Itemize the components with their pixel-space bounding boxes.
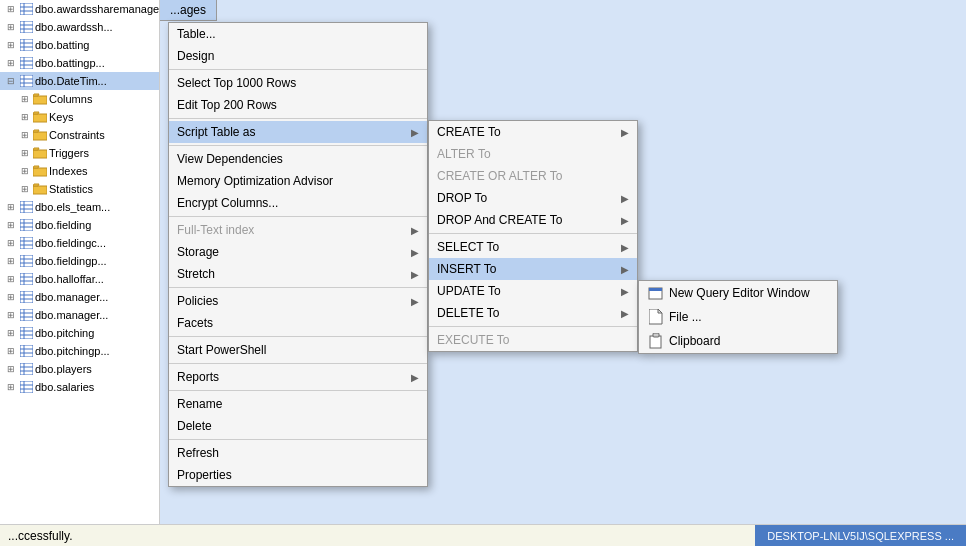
tab-label[interactable]: ...ages xyxy=(160,0,217,21)
menu-item-create-or-alter-to[interactable]: CREATE OR ALTER To xyxy=(429,165,637,187)
submenu-arrow-icon: ▶ xyxy=(411,127,419,138)
table-icon xyxy=(19,308,33,322)
tree-item-datetime[interactable]: ⊟ dbo.DateTim... xyxy=(0,72,159,90)
table-icon xyxy=(19,236,33,250)
table-icon xyxy=(19,344,33,358)
folder-icon xyxy=(33,110,47,124)
tree-item-fieldingc[interactable]: ⊞ dbo.fieldingc... xyxy=(0,234,159,252)
expander-icon: ⊞ xyxy=(4,326,18,340)
menu-item-design[interactable]: Design xyxy=(169,45,427,67)
context-menu-1: Table... Design Select Top 1000 Rows Edi… xyxy=(168,22,428,487)
tree-item-batting[interactable]: ⊞ dbo.batting xyxy=(0,36,159,54)
tree-item-label: dbo.awardssharemanagers xyxy=(35,3,160,15)
tree-item-label: dbo.els_team... xyxy=(35,201,110,213)
menu-item-facets[interactable]: Facets xyxy=(169,312,427,334)
menu-item-memory-optimization[interactable]: Memory Optimization Advisor xyxy=(169,170,427,192)
expander-icon: ⊞ xyxy=(18,92,32,106)
tree-item-label: Columns xyxy=(49,93,92,105)
tree-item-elsteam[interactable]: ⊞ dbo.els_team... xyxy=(0,198,159,216)
tree-item-statistics[interactable]: ⊞ Statistics xyxy=(0,180,159,198)
tree-item-fielding[interactable]: ⊞ dbo.fielding xyxy=(0,216,159,234)
menu-item-stretch[interactable]: Stretch ▶ xyxy=(169,263,427,285)
expander-icon: ⊞ xyxy=(4,20,18,34)
menu-item-table[interactable]: Table... xyxy=(169,23,427,45)
submenu-arrow-icon: ▶ xyxy=(411,269,419,280)
menu-item-execute-to[interactable]: EXECUTE To xyxy=(429,329,637,351)
menu-item-full-text-index[interactable]: Full-Text index ▶ xyxy=(169,219,427,241)
expander-icon: ⊞ xyxy=(4,344,18,358)
tree-item-triggers[interactable]: ⊞ Triggers xyxy=(0,144,159,162)
menu-item-delete[interactable]: Delete xyxy=(169,415,427,437)
menu-item-script-table-as[interactable]: Script Table as ▶ xyxy=(169,121,427,143)
submenu-arrow-icon: ▶ xyxy=(621,242,629,253)
svg-rect-68 xyxy=(650,336,661,348)
expander-icon: ⊞ xyxy=(4,380,18,394)
tree-item-label: dbo.salaries xyxy=(35,381,94,393)
menu-item-select-to[interactable]: SELECT To ▶ xyxy=(429,236,637,258)
menu-item-reports[interactable]: Reports ▶ xyxy=(169,366,427,388)
table-icon xyxy=(19,290,33,304)
menu-item-new-query-editor[interactable]: New Query Editor Window xyxy=(639,281,837,305)
folder-icon xyxy=(33,128,47,142)
tree-item-fieldingp[interactable]: ⊞ dbo.fieldingp... xyxy=(0,252,159,270)
svg-rect-32 xyxy=(20,255,33,267)
submenu-arrow-icon: ▶ xyxy=(621,286,629,297)
svg-rect-4 xyxy=(20,21,33,33)
menu-item-clipboard[interactable]: Clipboard xyxy=(639,329,837,353)
folder-icon xyxy=(33,164,47,178)
new-query-icon xyxy=(647,285,665,301)
tree-item-columns[interactable]: ⊞ Columns xyxy=(0,90,159,108)
status-text: ...ccessfully. xyxy=(0,529,755,543)
tree-item-awardssharemanagers[interactable]: ⊞ dbo.awardssharemanagers xyxy=(0,0,159,18)
table-icon xyxy=(19,362,33,376)
tree-item-salaries[interactable]: ⊞ dbo.salaries xyxy=(0,378,159,396)
menu-item-refresh[interactable]: Refresh xyxy=(169,442,427,464)
tree-item-keys[interactable]: ⊞ Keys xyxy=(0,108,159,126)
menu-item-properties[interactable]: Properties xyxy=(169,464,427,486)
folder-icon xyxy=(33,182,47,196)
menu-separator-1 xyxy=(169,69,427,70)
menu-item-encrypt-columns[interactable]: Encrypt Columns... xyxy=(169,192,427,214)
table-icon xyxy=(19,326,33,340)
svg-rect-20 xyxy=(20,201,33,213)
menu-item-policies[interactable]: Policies ▶ xyxy=(169,290,427,312)
menu-item-alter-to[interactable]: ALTER To xyxy=(429,143,637,165)
tree-item-label: Triggers xyxy=(49,147,89,159)
tree-item-constraints[interactable]: ⊞ Constraints xyxy=(0,126,159,144)
tree-item-battingp[interactable]: ⊞ dbo.battingp... xyxy=(0,54,159,72)
menu-item-delete-to[interactable]: DELETE To ▶ xyxy=(429,302,637,324)
tree-item-pitching[interactable]: ⊞ dbo.pitching xyxy=(0,324,159,342)
tree-item-label: dbo.pitching xyxy=(35,327,94,339)
menu-item-view-dependencies[interactable]: View Dependencies xyxy=(169,148,427,170)
menu-item-update-to[interactable]: UPDATE To ▶ xyxy=(429,280,637,302)
menu-item-drop-to[interactable]: DROP To ▶ xyxy=(429,187,637,209)
tree-item-pitchingp[interactable]: ⊞ dbo.pitchingp... xyxy=(0,342,159,360)
menu-separator-6 xyxy=(169,336,427,337)
menu-item-file[interactable]: File ... xyxy=(639,305,837,329)
tree-item-label: dbo.manager... xyxy=(35,309,108,321)
expander-icon: ⊞ xyxy=(4,290,18,304)
menu-item-insert-to[interactable]: INSERT To ▶ xyxy=(429,258,637,280)
tree-item-label: Constraints xyxy=(49,129,105,141)
menu-item-select-top[interactable]: Select Top 1000 Rows xyxy=(169,72,427,94)
menu-item-edit-top[interactable]: Edit Top 200 Rows xyxy=(169,94,427,116)
tree-item-manager2[interactable]: ⊞ dbo.manager... xyxy=(0,306,159,324)
svg-rect-28 xyxy=(20,237,33,249)
tree-item-players[interactable]: ⊞ dbo.players xyxy=(0,360,159,378)
menu-separator-cm2-1 xyxy=(429,233,637,234)
tree-item-label: dbo.awardssh... xyxy=(35,21,113,33)
table-icon xyxy=(19,74,33,88)
tree-item-indexes[interactable]: ⊞ Indexes xyxy=(0,162,159,180)
expander-icon: ⊞ xyxy=(4,2,18,16)
menu-item-start-powershell[interactable]: Start PowerShell xyxy=(169,339,427,361)
menu-item-storage[interactable]: Storage ▶ xyxy=(169,241,427,263)
tree-item-halloffar[interactable]: ⊞ dbo.halloffar... xyxy=(0,270,159,288)
tree-item-manager1[interactable]: ⊞ dbo.manager... xyxy=(0,288,159,306)
tree-item-label: dbo.pitchingp... xyxy=(35,345,110,357)
menu-item-create-to[interactable]: CREATE To ▶ xyxy=(429,121,637,143)
menu-item-rename[interactable]: Rename xyxy=(169,393,427,415)
menu-item-drop-and-create-to[interactable]: DROP And CREATE To ▶ xyxy=(429,209,637,231)
tree-item-label: dbo.fieldingp... xyxy=(35,255,107,267)
tree-item-awardssh[interactable]: ⊞ dbo.awardssh... xyxy=(0,18,159,36)
expander-icon: ⊞ xyxy=(18,110,32,124)
